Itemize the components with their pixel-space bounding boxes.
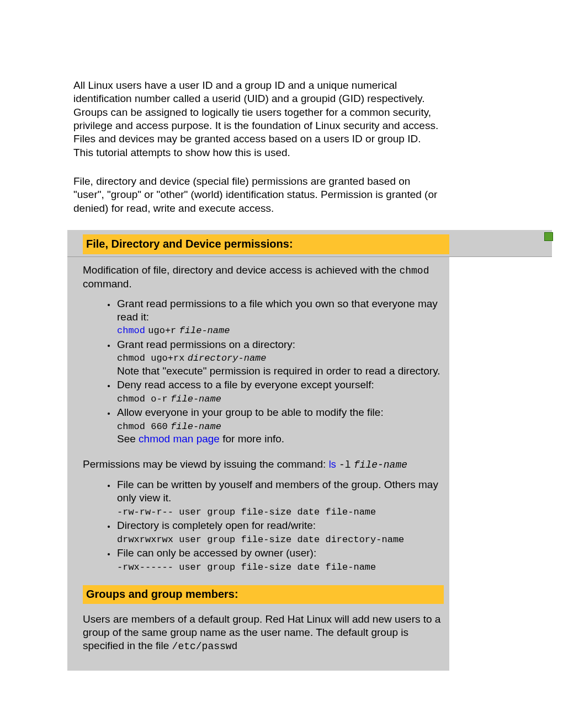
section-heading-permissions: File, Directory and Device permissions: bbox=[83, 234, 449, 254]
chmod-examples-list: Grant read permissions to a file which y… bbox=[83, 297, 442, 446]
text: Permissions may be viewd by issuing the … bbox=[83, 458, 329, 470]
chmod-intro: Modification of file, directory and devi… bbox=[83, 264, 442, 291]
code: ugo+r bbox=[148, 325, 176, 336]
code-chmod: chmod bbox=[399, 265, 429, 276]
corner-icon bbox=[544, 232, 553, 241]
item-text: Grant read permissions on a directory: bbox=[117, 339, 295, 350]
code-arg: file-name bbox=[179, 325, 230, 336]
intro-block: All Linux users have a user ID and a gro… bbox=[73, 79, 443, 231]
item-text: File can only be accessed by owner (user… bbox=[117, 547, 316, 559]
section-heading-groups: Groups and group members: bbox=[83, 585, 444, 604]
text: for more info. bbox=[220, 433, 284, 445]
code: chmod o-r bbox=[117, 394, 168, 404]
text: command. bbox=[83, 278, 132, 290]
code-arg: file-name bbox=[354, 459, 407, 470]
list-item: File can only be accessed by owner (user… bbox=[116, 547, 442, 573]
chmod-man-link[interactable]: chmod man page bbox=[139, 433, 220, 445]
item-text: Grant read permissions to a file which y… bbox=[117, 298, 438, 323]
item-text: File can be written by youself and membe… bbox=[117, 479, 438, 504]
groups-paragraph: Users are members of a default group. Re… bbox=[83, 613, 442, 654]
item-text: Allow everyone in your group to be able … bbox=[117, 406, 384, 418]
list-item: Directory is completely open for read/wr… bbox=[116, 519, 442, 545]
code-arg: directory-name bbox=[188, 353, 267, 363]
list-item: File can be written by youself and membe… bbox=[116, 478, 442, 518]
code-arg: file-name bbox=[171, 394, 221, 404]
code-arg: file-name bbox=[171, 421, 221, 432]
content-panel: File, Directory and Device permissions: … bbox=[67, 230, 552, 671]
text: Modification of file, directory and devi… bbox=[83, 264, 399, 276]
section-body: Modification of file, directory and devi… bbox=[67, 257, 449, 671]
text: See bbox=[117, 433, 139, 445]
list-item: Grant read permissions on a directory: c… bbox=[116, 338, 442, 378]
ls-examples-list: File can be written by youself and membe… bbox=[83, 478, 442, 573]
code: -l bbox=[339, 459, 351, 470]
chmod-link[interactable]: chmod bbox=[117, 325, 145, 336]
list-item: Grant read permissions to a file which y… bbox=[116, 297, 442, 337]
code: chmod 660 bbox=[117, 421, 168, 432]
code-output: -rwx------ user group file-size date fil… bbox=[117, 562, 376, 572]
code-output: -rw-rw-r-- user group file-size date fil… bbox=[117, 507, 376, 517]
text: Users are members of a default group. Re… bbox=[83, 613, 440, 652]
code: chmod ugo+rx bbox=[117, 353, 184, 363]
ls-link[interactable]: ls bbox=[329, 459, 336, 470]
intro-paragraph-2: File, directory and device (special file… bbox=[73, 175, 443, 215]
code-output: drwxrwxrwx user group file-size date dir… bbox=[117, 534, 404, 545]
item-text: Directory is completely open for read/wr… bbox=[117, 520, 316, 531]
ls-intro: Permissions may be viewd by issuing the … bbox=[83, 458, 442, 472]
item-note: Note that "execute" permission is requir… bbox=[117, 365, 440, 377]
list-item: Allow everyone in your group to be able … bbox=[116, 406, 442, 446]
item-text: Deny read access to a file by everyone e… bbox=[117, 379, 374, 390]
list-item: Deny read access to a file by everyone e… bbox=[116, 378, 442, 405]
intro-paragraph-1: All Linux users have a user ID and a gro… bbox=[73, 79, 443, 159]
code-etc-passwd: /etc/passwd bbox=[172, 641, 238, 652]
